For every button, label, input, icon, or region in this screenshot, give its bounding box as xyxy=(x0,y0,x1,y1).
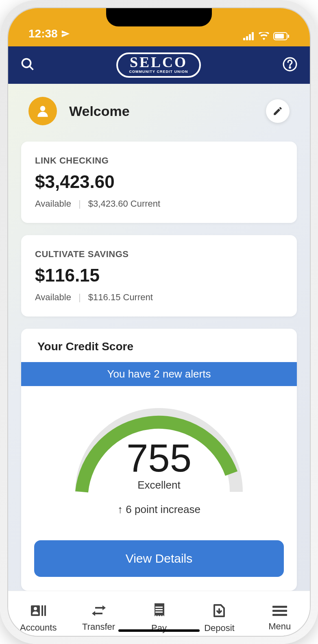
account-subtext: Available | $3,423.60 Current xyxy=(35,199,283,209)
menu-icon xyxy=(272,605,287,616)
credit-score-card: Your Credit Score You have 2 new alerts … xyxy=(21,329,297,591)
svg-point-13 xyxy=(34,607,37,610)
status-time: 12:38 xyxy=(28,27,70,40)
nav-label: Menu xyxy=(268,621,291,632)
edit-button[interactable] xyxy=(266,99,290,123)
divider: | xyxy=(78,292,81,302)
nav-accounts[interactable]: Accounts xyxy=(8,591,68,637)
svg-rect-16 xyxy=(155,607,163,608)
svg-rect-2 xyxy=(249,34,251,40)
svg-rect-21 xyxy=(272,614,287,616)
account-card-savings[interactable]: CULTIVATE SAVINGS $116.15 Available | $1… xyxy=(21,235,297,317)
help-button[interactable] xyxy=(282,57,298,74)
pencil-icon xyxy=(272,106,283,116)
phone-screen: 12:38 SELCO COMMUNITY CREDIT UNION Welco… xyxy=(7,7,311,637)
brand-logo: SELCO COMMUNITY CREDIT UNION xyxy=(116,52,201,78)
svg-rect-19 xyxy=(272,606,287,608)
svg-rect-17 xyxy=(155,609,163,610)
alerts-banner[interactable]: You have 2 new alerts xyxy=(21,362,297,386)
svg-rect-6 xyxy=(288,35,289,38)
divider: | xyxy=(78,199,81,209)
account-name: CULTIVATE SAVINGS xyxy=(35,249,283,260)
arrow-up-icon: ↑ xyxy=(118,503,126,515)
svg-point-10 xyxy=(290,67,291,68)
nav-menu[interactable]: Menu xyxy=(250,591,310,637)
brand-subtitle: COMMUNITY CREDIT UNION xyxy=(129,70,188,74)
welcome-greeting: Welcome xyxy=(69,103,130,119)
svg-rect-14 xyxy=(41,605,43,616)
credit-score-title: Your Credit Score xyxy=(21,329,297,362)
account-balance: $3,423.60 xyxy=(35,172,283,192)
svg-rect-15 xyxy=(44,605,46,616)
nav-label: Accounts xyxy=(20,622,57,633)
pay-icon xyxy=(152,603,166,618)
account-balance: $116.15 xyxy=(35,265,283,286)
svg-line-8 xyxy=(30,66,33,70)
battery-icon xyxy=(273,32,290,40)
help-chat-icon xyxy=(282,57,298,72)
brand-name: SELCO xyxy=(129,55,188,70)
wifi-icon xyxy=(259,32,269,40)
notch xyxy=(106,8,212,26)
credit-gauge: 755 Excellent xyxy=(70,402,248,496)
gauge-section: 755 Excellent ↑ 6 point increase xyxy=(21,386,297,540)
svg-rect-18 xyxy=(155,611,163,613)
phone-frame: 12:38 SELCO COMMUNITY CREDIT UNION Welco… xyxy=(0,0,318,644)
svg-rect-5 xyxy=(275,34,284,39)
accounts-icon xyxy=(30,604,46,618)
svg-point-7 xyxy=(22,59,31,68)
credit-trend: ↑ 6 point increase xyxy=(37,503,281,516)
svg-point-11 xyxy=(40,106,46,111)
person-icon xyxy=(35,103,50,119)
svg-rect-12 xyxy=(31,605,40,616)
credit-score-value: 755 xyxy=(70,436,248,480)
available-label: Available xyxy=(35,199,71,209)
nav-label: Transfer xyxy=(82,622,115,632)
search-button[interactable] xyxy=(20,57,35,73)
main-content: Welcome LINK CHECKING $3,423.60 Availabl… xyxy=(8,84,310,591)
current-text: $116.15 Current xyxy=(88,292,153,302)
avatar[interactable] xyxy=(28,97,57,125)
account-subtext: Available | $116.15 Current xyxy=(35,292,283,303)
status-icons xyxy=(243,32,290,40)
credit-score-rating: Excellent xyxy=(70,479,248,491)
home-indicator[interactable] xyxy=(118,629,200,632)
location-icon xyxy=(61,29,70,38)
signal-icon xyxy=(243,32,255,40)
deposit-icon xyxy=(212,603,227,618)
nav-label: Deposit xyxy=(204,623,235,633)
trend-text: 6 point increase xyxy=(126,503,200,515)
view-details-button[interactable]: View Details xyxy=(34,540,284,577)
welcome-left: Welcome xyxy=(28,97,130,125)
transfer-icon xyxy=(91,605,107,617)
search-icon xyxy=(20,57,35,72)
nav-label: Pay xyxy=(151,623,167,633)
svg-rect-3 xyxy=(252,32,254,40)
app-header: SELCO COMMUNITY CREDIT UNION xyxy=(8,46,310,84)
welcome-row: Welcome xyxy=(21,97,297,125)
svg-rect-20 xyxy=(272,610,287,612)
svg-rect-1 xyxy=(246,36,248,40)
account-card-checking[interactable]: LINK CHECKING $3,423.60 Available | $3,4… xyxy=(21,142,297,223)
account-name: LINK CHECKING xyxy=(35,155,283,166)
time-label: 12:38 xyxy=(28,27,58,40)
current-text: $3,423.60 Current xyxy=(88,199,160,209)
available-label: Available xyxy=(35,292,71,302)
svg-rect-0 xyxy=(243,38,245,40)
